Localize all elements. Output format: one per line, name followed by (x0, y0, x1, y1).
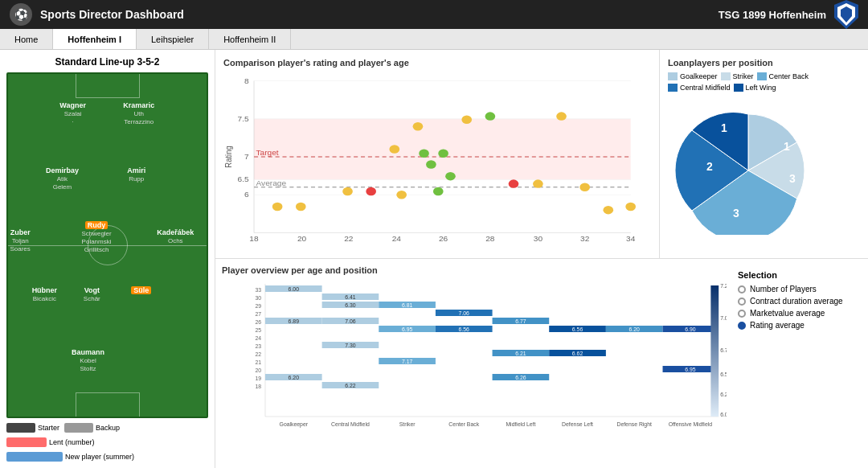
svg-text:24: 24 (392, 236, 401, 241)
tab-leihspieler[interactable]: Leihspieler (137, 29, 209, 49)
svg-text:22: 22 (255, 351, 261, 357)
bar-chart: 33 30 29 27 26 25 24 23 22 21 20 19 18 (222, 280, 727, 437)
pitch: Wagner Szalai · Kramaric Uth Terrazzino … (6, 72, 208, 418)
svg-text:2: 2 (706, 160, 713, 173)
svg-text:33: 33 (255, 287, 261, 293)
svg-text:18: 18 (255, 384, 261, 389)
bar-title: Player overview per age and position (222, 265, 727, 275)
pie-chart: 1 3 3 2 1 (668, 98, 829, 235)
svg-text:Central Midfield: Central Midfield (331, 421, 370, 427)
legend-lent: Lent (number) (6, 437, 95, 447)
svg-text:8: 8 (244, 77, 249, 84)
player-sule: Süle (131, 286, 151, 294)
svg-text:7.06: 7.06 (345, 318, 355, 324)
svg-text:6.21: 6.21 (515, 351, 526, 356)
selection-marketvalue[interactable]: Marketvalue average (738, 309, 857, 318)
svg-point-32 (296, 203, 306, 211)
svg-text:6.41: 6.41 (345, 294, 355, 300)
svg-point-38 (419, 150, 429, 158)
svg-text:Average: Average (256, 179, 287, 187)
radio-contract-duration[interactable] (738, 298, 746, 306)
svg-text:3: 3 (733, 207, 739, 220)
svg-text:30: 30 (255, 295, 261, 301)
svg-text:26: 26 (439, 236, 448, 241)
svg-text:3: 3 (789, 172, 796, 185)
player-vogt: Vogt Schär (84, 286, 100, 302)
svg-text:6.20: 6.20 (629, 326, 640, 332)
header: ⚽ Sports Director Dashboard TSG 1899 Hof… (0, 0, 868, 29)
svg-text:6.95: 6.95 (685, 367, 695, 372)
svg-point-42 (445, 172, 456, 181)
svg-point-41 (438, 150, 448, 158)
tab-hoffenheim-ii[interactable]: Hoffenheim II (209, 29, 291, 49)
svg-text:6.89: 6.89 (289, 318, 299, 324)
header-right: TSG 1899 Hoffenheim (719, 0, 858, 29)
svg-text:27: 27 (255, 311, 261, 317)
pie-panel: Loanplayers per position Goalkeeper Stri… (659, 50, 868, 258)
scatter-point (272, 203, 283, 211)
club-name: TSG 1899 Hoffenheim (719, 9, 826, 21)
scatter-title: Comparison player's rating and player's … (223, 58, 651, 68)
svg-text:Rating: Rating (223, 146, 233, 167)
top-charts: Comparison player's rating and player's … (215, 50, 868, 259)
svg-text:7.06: 7.06 (459, 310, 469, 316)
player-baumann: Baumann Kobel Stoltz (72, 348, 104, 372)
svg-text:30: 30 (534, 236, 542, 241)
player-rudy: Rudy Schwegler Polanmski Grillitsch (81, 221, 111, 253)
svg-text:Target: Target (256, 150, 280, 157)
radio-marketvalue[interactable] (738, 310, 746, 318)
radio-number-players[interactable] (738, 285, 746, 294)
legend-backup: Backup (64, 423, 120, 433)
svg-text:24: 24 (255, 335, 261, 341)
svg-text:1: 1 (784, 140, 790, 153)
svg-text:6.75: 6.75 (720, 347, 727, 353)
svg-text:20: 20 (255, 367, 261, 373)
svg-rect-121 (710, 285, 719, 417)
svg-point-36 (396, 191, 407, 199)
player-zuber: Zuber Toljan Soares (10, 228, 30, 252)
svg-text:6.22: 6.22 (345, 383, 355, 388)
svg-text:7.5: 7.5 (238, 116, 249, 123)
tab-home[interactable]: Home (0, 29, 53, 49)
tab-hoffenheim-i[interactable]: Hoffenheim I (53, 29, 137, 49)
scatter-panel: Comparison player's rating and player's … (215, 50, 659, 258)
svg-text:28: 28 (485, 236, 494, 241)
selection-contract-duration[interactable]: Contract duration average (738, 297, 857, 306)
navigation: Home Hoffenheim I Leihspieler Hoffenheim… (0, 29, 868, 50)
svg-point-40 (433, 187, 444, 196)
player-kramaric: Kramaric Uth Terrazzino (123, 101, 154, 125)
bottom-chart: Player overview per age and position 33 … (215, 259, 868, 468)
svg-point-45 (509, 179, 519, 188)
svg-rect-3 (254, 119, 631, 180)
right-panels: Comparison player's rating and player's … (215, 50, 868, 468)
legend-new-player: New player (summer) (6, 452, 134, 462)
scatter-chart: Target Average 8 7.5 7 6.5 6 Rating 18 2… (223, 72, 651, 241)
pie-title: Loanplayers per position (668, 58, 860, 68)
svg-point-44 (485, 112, 496, 121)
radio-rating[interactable] (738, 322, 746, 330)
legend-left-wing: Left Wing (734, 84, 776, 92)
svg-text:25: 25 (255, 327, 261, 333)
svg-text:19: 19 (255, 376, 261, 381)
selection-number-of-players[interactable]: Number of Players (738, 285, 857, 294)
svg-point-34 (366, 187, 376, 196)
svg-text:6.20: 6.20 (289, 375, 299, 380)
svg-point-35 (389, 145, 399, 154)
svg-text:26: 26 (255, 319, 261, 325)
selection-rating[interactable]: Rating average (738, 321, 857, 330)
pie-legend: Goalkeeper Striker Center Back Central M… (668, 72, 860, 92)
legend-central-midfield: Central Midfield (668, 84, 731, 92)
hoffenheim-logo-icon (834, 0, 858, 29)
formation-title: Standard Line-up 3-5-2 (6, 56, 208, 68)
svg-point-50 (625, 203, 636, 211)
svg-text:20: 20 (297, 236, 306, 241)
svg-text:Defense Right: Defense Right (616, 421, 652, 428)
legend-striker: Striker (721, 72, 754, 80)
svg-text:6.56: 6.56 (572, 326, 583, 332)
svg-point-48 (579, 183, 590, 192)
svg-point-47 (556, 112, 567, 121)
legend-center-back: Center Back (757, 72, 809, 80)
svg-text:34: 34 (626, 236, 635, 241)
main-content: Standard Line-up 3-5-2 Wagner Szalai · K… (0, 50, 868, 468)
svg-text:29: 29 (255, 303, 261, 309)
